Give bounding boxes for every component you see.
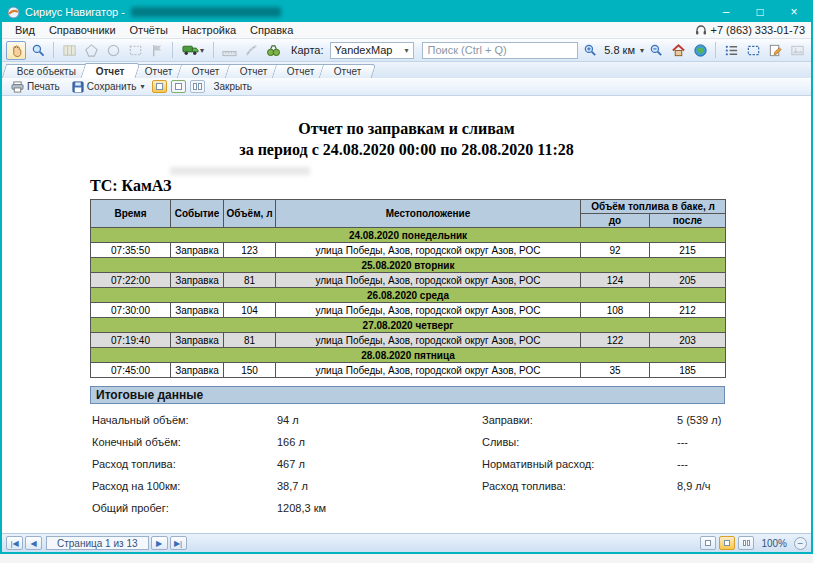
zoom-out-map-button[interactable]	[646, 41, 666, 60]
chevron-down-icon[interactable]: ▾	[640, 46, 644, 55]
table-cell: 07:30:00	[91, 303, 171, 318]
save-label: Сохранить	[87, 81, 137, 92]
column-header-before: до	[581, 214, 650, 228]
tab-label: Отчет	[145, 66, 172, 77]
zoom-controls: 100% −	[700, 536, 807, 550]
table-cell: Заправка	[171, 333, 224, 348]
tab-0[interactable]: Все объекты	[2, 64, 92, 78]
summary-value: 5 (539 л)	[677, 414, 732, 426]
image-view-button[interactable]	[787, 41, 807, 60]
close-report-button[interactable]: Закрыть	[209, 80, 256, 93]
save-button[interactable]: Сохранить ▾	[68, 80, 149, 94]
table-cell: Заправка	[171, 243, 224, 258]
route-tool-button[interactable]	[241, 41, 261, 60]
close-button[interactable]: ×	[777, 2, 811, 22]
print-label: Печать	[27, 81, 60, 92]
table-group-row: 28.08.2020 пятница	[91, 348, 726, 363]
table-row[interactable]: 07:45:00Заправка150улица Победы, Азов, г…	[91, 363, 726, 378]
pan-hand-tool-button[interactable]	[6, 41, 26, 60]
summary-label: Общий пробег:	[92, 502, 277, 514]
menu-item-1[interactable]: Справочники	[42, 23, 123, 37]
app-logo-icon	[7, 6, 20, 19]
table-cell: 07:22:00	[91, 273, 171, 288]
table-row[interactable]: 07:35:50Заправка123улица Победы, Азов, г…	[91, 243, 726, 258]
tab-6[interactable]: Отчет	[319, 64, 377, 78]
table-cell: 122	[581, 333, 650, 348]
table-cell: 203	[650, 333, 726, 348]
print-button[interactable]: Печать	[7, 80, 64, 94]
zoom-out-button[interactable]: −	[794, 537, 807, 550]
map-scale-value[interactable]: 5.8 км	[604, 44, 635, 56]
summary-value: ---	[677, 436, 732, 448]
search-map-tool-button[interactable]	[28, 41, 48, 60]
status-bar: |◀ ◀ Страница 1 из 13 ▶ ▶| 100% −	[2, 533, 811, 552]
circle-tool-button[interactable]	[103, 41, 123, 60]
view-mode-single-page-button[interactable]	[152, 80, 167, 93]
table-cell: 215	[650, 243, 726, 258]
table-group-row: 25.08.2020 вторник	[91, 258, 726, 273]
notes-edit-button[interactable]	[765, 41, 785, 60]
tab-1[interactable]: Отчет	[81, 63, 141, 78]
view-mode-fit-page-button[interactable]	[171, 80, 186, 93]
tab-label: Отчет	[287, 66, 314, 77]
ruler-tool-button[interactable]	[219, 41, 239, 60]
fuel-events-table: Время Событие Объём, л Местоположение Об…	[90, 199, 726, 378]
menu-item-3[interactable]: Настройка	[175, 23, 243, 37]
object-list-button[interactable]	[721, 41, 741, 60]
title-bar: Сириус Навигатор - – □ ×	[2, 2, 811, 22]
previous-page-button[interactable]: ◀	[25, 536, 42, 550]
table-cell: 104	[224, 303, 276, 318]
table-cell: улица Победы, Азов, городской округ Азов…	[276, 303, 581, 318]
table-row[interactable]: 07:19:40Заправка81улица Победы, Азов, го…	[91, 333, 726, 348]
window-title: Сириус Навигатор -	[25, 6, 125, 18]
chevron-down-icon[interactable]: ▾	[140, 82, 144, 91]
flag-tool-button[interactable]	[147, 41, 167, 60]
table-cell: 212	[650, 303, 726, 318]
vehicle-tracking-dropdown-button[interactable]: ▾	[178, 41, 208, 60]
report-table-body: 24.08.2020 понедельник07:35:50Заправка12…	[91, 228, 726, 378]
summary-value: ---	[677, 458, 732, 470]
column-header-volume: Объём, л	[224, 200, 276, 228]
first-page-button[interactable]: |◀	[6, 536, 23, 550]
next-page-button[interactable]: ▶	[151, 536, 168, 550]
binoculars-tool-button[interactable]	[263, 41, 283, 60]
toolbar-separator	[715, 42, 716, 58]
menu-item-4[interactable]: Справка	[243, 23, 300, 37]
map-provider-select[interactable]: YandexMap ▾	[330, 42, 414, 59]
report-period: за период с 24.08.2020 00:00 по 28.08.20…	[2, 141, 811, 159]
summary-grid: Начальный объём:94 лЗаправки:5 (539 л)Ко…	[92, 414, 732, 514]
layout-multi-page-button[interactable]	[738, 536, 754, 550]
edit-map-tool-button[interactable]	[59, 41, 79, 60]
main-toolbar: ▾ Карта: YandexMap ▾ 5.8 км ▾	[2, 39, 811, 62]
redacted-vehicle-text	[170, 167, 310, 175]
vehicle-title: ТС: КамАЗ	[90, 177, 811, 195]
menu-item-0[interactable]: Вид	[8, 23, 42, 37]
table-cell: 81	[224, 273, 276, 288]
table-row[interactable]: 07:30:00Заправка104улица Победы, Азов, г…	[91, 303, 726, 318]
map-provider-value: YandexMap	[335, 44, 393, 56]
polygon-tool-button[interactable]	[81, 41, 101, 60]
search-input[interactable]	[422, 42, 579, 59]
save-floppy-icon	[72, 81, 84, 93]
last-page-button[interactable]: ▶|	[170, 536, 187, 550]
table-cell: 123	[224, 243, 276, 258]
minimize-button[interactable]: –	[709, 2, 743, 22]
report-content: Отчет по заправкам и сливам за период с …	[2, 96, 811, 533]
redacted-title-text	[131, 7, 281, 17]
rectangle-select-tool-button[interactable]	[125, 41, 145, 60]
maximize-button[interactable]: □	[743, 2, 777, 22]
home-view-button[interactable]	[668, 41, 688, 60]
layout-fit-width-button[interactable]	[719, 536, 735, 550]
report-title: Отчет по заправкам и сливам	[2, 120, 811, 138]
column-header-after: после	[650, 214, 726, 228]
summary-label: Расход на 100км:	[92, 480, 277, 492]
globe-button[interactable]	[690, 41, 710, 60]
view-mode-two-pages-button[interactable]	[190, 80, 205, 93]
layout-one-page-button[interactable]	[700, 536, 716, 550]
area-select-button[interactable]	[743, 41, 763, 60]
menu-item-2[interactable]: Отчёты	[123, 23, 175, 37]
column-header-location: Местоположение	[276, 200, 581, 228]
table-row[interactable]: 07:22:00Заправка81улица Победы, Азов, го…	[91, 273, 726, 288]
zoom-in-map-button[interactable]	[580, 41, 600, 60]
table-cell: улица Победы, Азов, городской округ Азов…	[276, 273, 581, 288]
